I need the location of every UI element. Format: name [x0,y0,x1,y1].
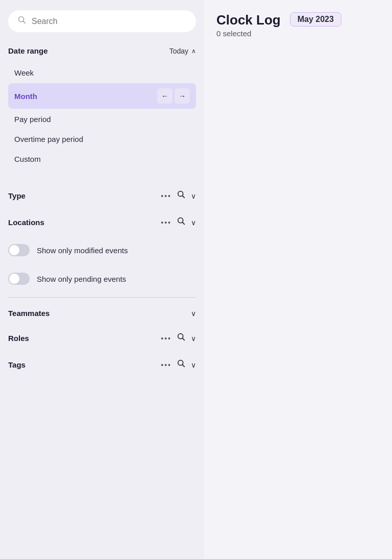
roles-search-icon[interactable] [177,332,186,344]
date-option-pay-period[interactable]: Pay period [8,110,196,129]
filter-tags-row: Tags ••• ∨ [8,352,196,378]
selected-count: 0 selected [216,29,281,38]
toggle-pending-row: Show only pending events [8,264,196,293]
locations-chevron-icon[interactable]: ∨ [191,218,196,227]
type-dots-icon[interactable]: ••• [161,192,172,200]
search-input[interactable] [32,17,187,26]
filter-locations-actions: ••• ∨ [161,216,196,228]
panel-header: Clock Log 0 selected May 2023 [216,12,380,38]
today-label: Today [169,47,188,55]
locations-search-icon[interactable] [177,216,186,228]
filter-tags-actions: ••• ∨ [161,359,196,371]
toggle-modified-row: Show only modified events [8,236,196,264]
tags-chevron-icon[interactable]: ∨ [191,361,196,369]
today-button[interactable]: Today ∧ [169,47,196,55]
filter-teammates-actions: ∨ [191,309,196,318]
month-prev-button[interactable]: ← [157,88,173,104]
search-icon [17,15,27,27]
toggle-pending-label: Show only pending events [37,275,126,283]
panel-title-group: Clock Log 0 selected [216,12,281,38]
month-next-button[interactable]: → [175,88,190,104]
filter-teammates-label: Teammates [8,309,50,318]
filter-teammates-row: Teammates ∨ [8,302,196,325]
sidebar: Date range Today ∧ Week Month ← → Pay pe… [0,0,204,559]
date-option-overtime-pay-period[interactable]: Overtime pay period [8,130,196,149]
type-search-icon[interactable] [177,190,186,202]
filter-roles-row: Roles ••• ∨ [8,325,196,352]
type-chevron-icon[interactable]: ∨ [191,192,196,200]
filter-type-row: Type ••• ∨ [8,183,196,209]
filter-locations-row: Locations ••• ∨ [8,209,196,236]
date-option-month[interactable]: Month ← → [8,83,196,109]
month-badge[interactable]: May 2023 [290,12,341,27]
locations-dots-icon[interactable]: ••• [161,218,172,227]
svg-line-9 [182,364,184,367]
filter-type-actions: ••• ∨ [161,190,196,202]
roles-dots-icon[interactable]: ••• [161,334,172,343]
section-divider [8,297,196,298]
filter-roles-label: Roles [8,334,29,343]
svg-line-5 [182,222,184,224]
date-option-custom[interactable]: Custom [8,150,196,168]
teammates-chevron-icon[interactable]: ∨ [191,309,196,318]
date-range-title: Date range [8,46,48,55]
toggle-modified-switch[interactable] [8,244,30,256]
tags-search-icon[interactable] [177,359,186,371]
svg-line-7 [182,338,184,340]
date-option-week[interactable]: Week [8,63,196,82]
filter-locations-label: Locations [8,218,44,227]
date-range-header: Date range Today ∧ [8,46,196,55]
tags-dots-icon[interactable]: ••• [161,361,172,369]
search-container [8,10,196,32]
filter-type-label: Type [8,191,26,200]
toggle-pending-switch[interactable] [8,273,30,285]
svg-line-3 [182,196,184,198]
toggle-modified-label: Show only modified events [37,246,128,255]
month-nav: ← → [157,88,190,104]
svg-line-1 [23,21,25,23]
date-range-options: Week Month ← → Pay period Overtime pay p… [8,63,196,168]
roles-chevron-icon[interactable]: ∨ [191,334,196,343]
filter-roles-actions: ••• ∨ [161,332,196,344]
date-range-chevron-icon: ∧ [191,47,196,55]
filter-tags-label: Tags [8,360,26,369]
main-panel: Clock Log 0 selected May 2023 [204,0,392,559]
panel-title: Clock Log [216,12,281,28]
